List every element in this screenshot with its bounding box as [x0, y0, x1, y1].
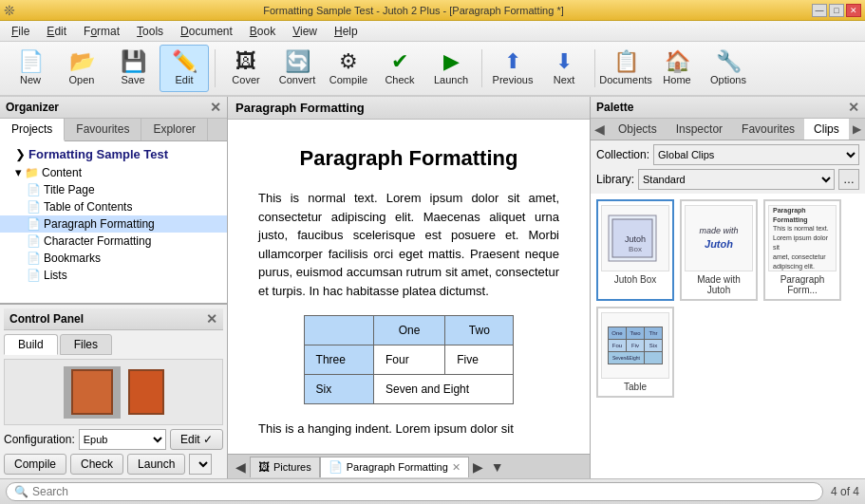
menu-document[interactable]: Document	[173, 23, 240, 40]
palette-tab-next[interactable]: ▶	[849, 120, 865, 139]
doc-tab-next[interactable]: ▶	[469, 457, 487, 476]
tree-lists[interactable]: 📄 Lists	[0, 267, 227, 284]
svg-text:Jutoh: Jutoh	[625, 234, 646, 244]
launch-icon: ▶	[443, 51, 460, 72]
maximize-button[interactable]: □	[829, 4, 844, 17]
launch-dropdown[interactable]: ▼	[189, 454, 212, 475]
doc-tab-paragraph-formatting[interactable]: 📄 Paragraph Formatting ✕	[320, 457, 469, 477]
para-format-preview: ParagraphFormatting This is normal text.…	[768, 205, 837, 271]
previous-button[interactable]: ⬆ Previous	[488, 45, 537, 92]
menu-tools[interactable]: Tools	[129, 23, 171, 40]
app-logo: ❊	[4, 3, 15, 18]
launch-toolbar-button[interactable]: ▶ Launch	[426, 45, 476, 92]
pal-tab-inspector[interactable]: Inspector	[667, 119, 732, 140]
open-icon: 📂	[69, 51, 95, 72]
menu-format[interactable]: Format	[76, 23, 127, 40]
organizer-header: Organizer ✕	[0, 97, 227, 119]
menu-file[interactable]: File	[4, 23, 37, 40]
cp-header: Control Panel ✕	[4, 308, 223, 330]
doc-body-text: This is normal text. Lorem ipsum dolor s…	[258, 189, 559, 300]
save-button[interactable]: 💾 Save	[108, 45, 158, 92]
palette-close[interactable]: ✕	[848, 100, 859, 115]
table-cell: Six	[304, 375, 373, 404]
new-button[interactable]: 📄 New	[6, 45, 55, 92]
menu-book[interactable]: Book	[242, 23, 283, 40]
tab-projects[interactable]: Projects	[0, 119, 65, 141]
cp-tab-files[interactable]: Files	[60, 334, 112, 355]
project-expand-icon: ❯	[15, 147, 26, 161]
para-tab-label: Paragraph Formatting	[347, 461, 448, 473]
menu-edit[interactable]: Edit	[39, 23, 74, 40]
clip-para-format[interactable]: ParagraphFormatting This is normal text.…	[763, 199, 841, 301]
clip-made-jutoh[interactable]: made withJutoh Made with Jutoh	[680, 199, 758, 301]
tree-project[interactable]: ❯ Formatting Sample Test	[0, 145, 227, 163]
search-input[interactable]	[32, 485, 815, 498]
doc-icon: 📄	[27, 269, 41, 282]
documents-label: Documents	[599, 74, 652, 85]
check-toolbar-button[interactable]: ✔ Check	[375, 45, 424, 92]
check-icon: ✔	[391, 51, 408, 72]
tree-content[interactable]: ▾ 📁 Content	[0, 163, 227, 181]
organizer-close[interactable]: ✕	[210, 100, 221, 115]
tree-title-page[interactable]: 📄 Title Page	[0, 181, 227, 198]
compile-button[interactable]: Compile	[4, 454, 66, 475]
pal-tab-clips[interactable]: Clips	[804, 119, 849, 140]
tab-explorer[interactable]: Explorer	[141, 119, 208, 140]
home-button[interactable]: 🏠 Home	[652, 45, 702, 92]
table-cell: Seven and Eight	[374, 375, 514, 404]
tab-favourites[interactable]: Favourites	[65, 119, 141, 140]
config-select[interactable]: Epub	[79, 429, 166, 450]
library-row: Library: Standard …	[591, 169, 865, 194]
documents-button[interactable]: 📋 Documents	[601, 45, 650, 92]
palette-tab-prev[interactable]: ◀	[591, 119, 609, 140]
options-button[interactable]: 🔧 Options	[704, 45, 753, 92]
doc-content[interactable]: Paragraph Formatting This is normal text…	[228, 120, 590, 454]
tree-toc[interactable]: 📄 Table of Contents	[0, 198, 227, 215]
organizer-tabs: Projects Favourites Explorer	[0, 119, 227, 141]
title-bar: ❊ Formatting Sample Test - Jutoh 2 Plus …	[0, 0, 865, 21]
menu-view[interactable]: View	[285, 23, 325, 40]
table-cell: Two	[445, 316, 514, 345]
convert-icon: 🔄	[285, 51, 310, 72]
status-bar: 🔍 4 of 4	[0, 478, 865, 504]
search-box[interactable]: 🔍	[6, 482, 823, 501]
launch-button[interactable]: Launch	[127, 454, 185, 475]
cover-label: Cover	[232, 74, 259, 85]
library-select[interactable]: Standard	[638, 169, 835, 190]
edit-button[interactable]: ✏️ Edit	[160, 45, 209, 92]
clips-grid: Jutoh Box Jutoh Box made withJutoh Made …	[591, 194, 865, 478]
cp-tab-build[interactable]: Build	[4, 334, 58, 355]
clip-jutoh-box[interactable]: Jutoh Box Jutoh Box	[596, 199, 674, 301]
menu-help[interactable]: Help	[327, 23, 366, 40]
cp-tabs: Build Files	[4, 334, 223, 355]
pal-tab-objects[interactable]: Objects	[609, 119, 667, 140]
open-button[interactable]: 📂 Open	[57, 45, 106, 92]
tree-bookmarks[interactable]: 📄 Bookmarks	[0, 250, 227, 267]
palette-tabs: ◀ Objects Inspector Favourites Clips ▶ ▼	[591, 119, 865, 140]
table-cell	[304, 316, 373, 345]
clip-table[interactable]: One Two Thr Fou Fiv Six Seven&Eight Tabl…	[596, 307, 674, 398]
tree-paragraph-formatting[interactable]: 📄 Paragraph Formatting	[0, 215, 227, 233]
doc-tab-prev[interactable]: ◀	[232, 457, 250, 476]
compile-toolbar-button[interactable]: ⚙ Compile	[324, 45, 373, 92]
library-more-button[interactable]: …	[838, 169, 859, 190]
made-jutoh-preview: made withJutoh	[685, 205, 753, 271]
next-button[interactable]: ⬇ Next	[539, 45, 589, 92]
collection-select[interactable]: Global Clips	[653, 144, 859, 165]
pictures-tab-label: Pictures	[273, 461, 311, 473]
doc-tab-end[interactable]: ▼	[487, 457, 508, 476]
para-tab-close[interactable]: ✕	[452, 461, 461, 474]
toolbar-sep-3	[594, 49, 595, 87]
check-button[interactable]: Check	[70, 454, 123, 475]
edit-icon: ✏️	[172, 51, 197, 72]
cp-close[interactable]: ✕	[206, 311, 217, 327]
doc-tab-pictures[interactable]: 🖼 Pictures	[250, 457, 320, 477]
tree-character-formatting[interactable]: 📄 Character Formatting	[0, 233, 227, 250]
pal-tab-favourites[interactable]: Favourites	[732, 119, 804, 140]
cover-button[interactable]: 🖼 Cover	[221, 45, 271, 92]
edit-config-button[interactable]: Edit ✓	[170, 429, 223, 450]
minimize-button[interactable]: —	[812, 4, 827, 17]
convert-button[interactable]: 🔄 Convert	[273, 45, 322, 92]
close-button[interactable]: ✕	[846, 4, 861, 17]
edit-label: Edit	[176, 74, 194, 85]
